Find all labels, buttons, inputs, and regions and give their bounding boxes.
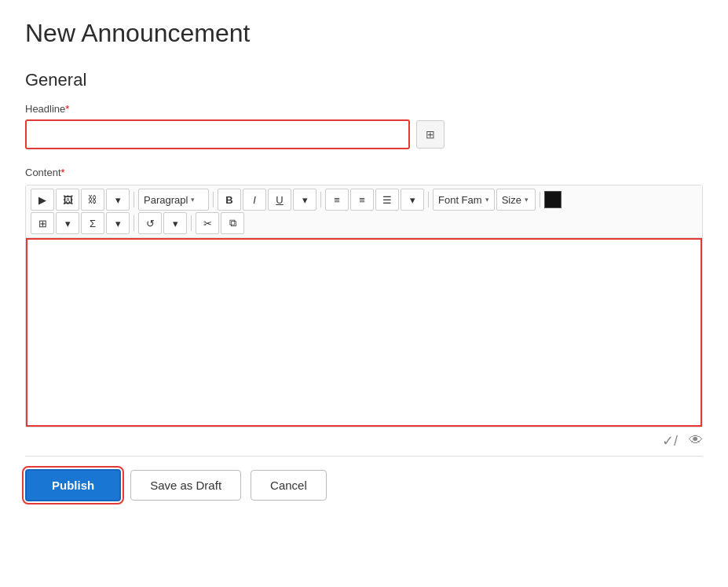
- sigma-icon: Σ: [90, 218, 96, 229]
- content-label: Content*: [25, 167, 703, 178]
- paragraph-chevron-icon: ▾: [191, 196, 195, 204]
- chevron-down-icon-4: ▾: [65, 218, 71, 229]
- headline-label: Headline*: [25, 103, 703, 115]
- copy-icon: ⧉: [229, 217, 236, 229]
- cancel-button[interactable]: Cancel: [251, 470, 327, 501]
- separator-1: [134, 192, 134, 207]
- italic-btn[interactable]: I: [243, 189, 266, 211]
- undo-icon: ↺: [146, 218, 155, 229]
- font-family-dropdown[interactable]: Font Fam ▾: [433, 189, 495, 211]
- font-size-dropdown[interactable]: Size ▾: [496, 189, 536, 211]
- play-icon: ▶: [38, 194, 46, 206]
- paragraph-dropdown[interactable]: Paragrapl ▾: [138, 189, 209, 211]
- image-icon: 🖼: [63, 194, 73, 206]
- separator-4: [428, 192, 429, 207]
- color-swatch[interactable]: [544, 191, 562, 208]
- align-center-icon: ≡: [359, 194, 365, 206]
- align-left-btn[interactable]: ≡: [325, 189, 349, 211]
- list-icon: ☰: [382, 194, 392, 206]
- copy-btn[interactable]: ⧉: [221, 212, 244, 234]
- underline-btn[interactable]: U: [268, 189, 291, 211]
- undo-btn[interactable]: ↺: [138, 212, 162, 234]
- chevron-down-icon-5: ▾: [115, 218, 121, 229]
- list-more-btn[interactable]: ▾: [401, 189, 424, 211]
- save-draft-button[interactable]: Save as Draft: [130, 470, 241, 501]
- publish-button[interactable]: Publish: [25, 469, 121, 501]
- sigma-btn[interactable]: Σ: [81, 212, 104, 234]
- sigma-more-btn[interactable]: ▾: [106, 212, 130, 234]
- toolbar-row-2: ⊞ ▾ Σ ▾ ↺ ▾ ✂ ⧉: [31, 212, 697, 234]
- separator-2: [213, 192, 214, 207]
- font-size-chevron-icon: ▾: [525, 196, 529, 204]
- link-btn[interactable]: ⛓: [81, 189, 104, 211]
- grid-icon: ⊞: [426, 128, 435, 141]
- separator-3: [320, 192, 321, 207]
- undo-more-btn[interactable]: ▾: [163, 212, 187, 234]
- scissors-btn[interactable]: ✂: [196, 212, 219, 234]
- font-family-chevron-icon: ▾: [485, 196, 489, 204]
- list-btn[interactable]: ☰: [375, 189, 399, 211]
- underline-more-btn[interactable]: ▾: [293, 189, 316, 211]
- accessibility-icon[interactable]: 👁: [689, 432, 703, 449]
- chevron-down-icon-3: ▾: [410, 194, 415, 206]
- separator-6: [134, 215, 134, 231]
- content-editor-area[interactable]: [26, 238, 702, 427]
- more-btn[interactable]: ▾: [106, 189, 130, 211]
- editor-right-icons: ✓/ 👁: [25, 432, 703, 449]
- headline-input[interactable]: [25, 119, 410, 149]
- play-btn[interactable]: ▶: [31, 189, 54, 211]
- chevron-down-icon-6: ▾: [173, 218, 178, 229]
- link-icon: ⛓: [88, 194, 97, 205]
- align-left-icon: ≡: [334, 194, 340, 206]
- align-center-btn[interactable]: ≡: [350, 189, 374, 211]
- section-title: General: [25, 70, 703, 90]
- footer-buttons: Publish Save as Draft Cancel: [25, 456, 703, 501]
- scissors-icon: ✂: [203, 218, 212, 229]
- page-title: New Announcement: [25, 19, 703, 48]
- bold-btn[interactable]: B: [218, 189, 241, 211]
- chevron-down-icon: ▾: [115, 194, 121, 206]
- spellcheck-icon[interactable]: ✓/: [662, 432, 678, 449]
- chevron-down-icon-2: ▾: [302, 194, 308, 206]
- image-btn[interactable]: 🖼: [56, 189, 79, 211]
- separator-7: [191, 215, 192, 231]
- headline-row: ⊞: [25, 119, 703, 149]
- separator-5: [540, 192, 540, 207]
- toolbar-row-1: ▶ 🖼 ⛓ ▾ Paragrapl ▾ B I: [31, 189, 697, 211]
- table-more-btn[interactable]: ▾: [56, 212, 79, 234]
- rich-text-editor: ▶ 🖼 ⛓ ▾ Paragrapl ▾ B I: [25, 185, 703, 427]
- table-icon: ⊞: [38, 218, 47, 229]
- table-btn[interactable]: ⊞: [31, 212, 54, 234]
- headline-icon-btn[interactable]: ⊞: [416, 120, 444, 149]
- editor-toolbar: ▶ 🖼 ⛓ ▾ Paragrapl ▾ B I: [26, 185, 702, 238]
